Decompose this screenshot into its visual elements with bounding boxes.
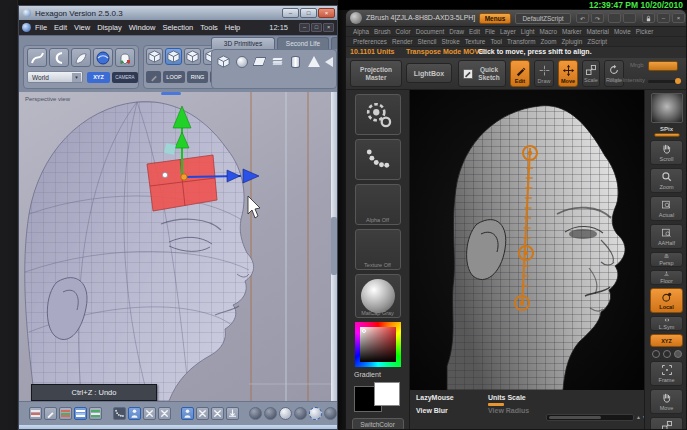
z-axis-dot-icon[interactable] xyxy=(674,350,682,358)
slider-knob[interactable] xyxy=(675,78,681,84)
menu-preferences[interactable]: Preferences xyxy=(353,38,387,45)
annotate-button[interactable] xyxy=(44,407,57,420)
zbrush-canvas[interactable] xyxy=(410,90,644,390)
select-edge-button[interactable] xyxy=(165,48,182,65)
tab-3d-primitives[interactable]: 3D Primitives xyxy=(211,37,275,49)
dropdown-arrow-icon[interactable]: ▾ xyxy=(72,73,81,82)
current-stroke-button[interactable] xyxy=(355,139,401,180)
frame-button[interactable]: Frame xyxy=(650,361,683,386)
sphere-tool-button[interactable] xyxy=(93,48,113,67)
view-radius-toggle[interactable]: View Radius xyxy=(488,407,529,414)
x-mode2-button[interactable] xyxy=(211,407,224,420)
menu-alpha[interactable]: Alpha xyxy=(353,28,369,35)
primitive-plane-button[interactable] xyxy=(251,53,268,70)
menu-marker[interactable]: Marker xyxy=(562,28,582,35)
menu-tool[interactable]: Tool xyxy=(490,38,502,45)
menus-toggle-button[interactable]: Menus xyxy=(479,13,511,24)
close-zbrush-button[interactable]: × xyxy=(672,13,685,23)
switch-color-button[interactable]: SwitchColor xyxy=(352,418,404,430)
menu-layer[interactable]: Layer xyxy=(500,28,516,35)
spix-control[interactable]: SPix xyxy=(654,126,680,137)
viewport-split-handle[interactable] xyxy=(161,92,181,95)
select-person-button[interactable] xyxy=(128,407,141,420)
draw-mode-button[interactable]: Draw xyxy=(534,60,554,87)
primitive-sphere-button[interactable] xyxy=(233,53,250,70)
lazy-mouse-toggle[interactable]: LazyMouse xyxy=(416,394,454,401)
select-vertex-button[interactable] xyxy=(146,48,163,65)
current-texture-button[interactable]: Texture Off xyxy=(355,229,401,270)
select-face-button[interactable] xyxy=(184,48,201,65)
gradient-toggle[interactable]: Gradient xyxy=(354,371,381,378)
menu-texture[interactable]: Texture xyxy=(465,38,486,45)
loop-select-button[interactable]: LOOP xyxy=(163,71,185,83)
ring-select-button[interactable]: RING xyxy=(187,71,208,83)
grid-green-button[interactable] xyxy=(89,407,102,420)
menu-zplugin[interactable]: Zplugin xyxy=(562,38,583,45)
redo-button[interactable]: ↷ xyxy=(591,13,604,23)
shading-hidden-button[interactable] xyxy=(264,407,277,420)
pick-tool-chip[interactable] xyxy=(146,71,161,83)
menu-picker[interactable]: Picker xyxy=(636,28,654,35)
units-scale-toggle[interactable]: Units Scale xyxy=(488,394,526,401)
surface-tool-button[interactable] xyxy=(71,48,91,67)
menu-item-help[interactable]: Help xyxy=(225,23,240,32)
arc-tool-button[interactable] xyxy=(49,48,69,67)
floor-button[interactable]: Floor xyxy=(650,270,683,285)
shading-ghost-button[interactable] xyxy=(324,407,337,420)
menu-macro[interactable]: Macro xyxy=(539,28,557,35)
rgb-intensity-slider[interactable] xyxy=(648,61,678,71)
edit-mode-button[interactable]: Edit xyxy=(510,60,530,87)
menu-item-edit[interactable]: Edit xyxy=(54,23,67,32)
menu-zoom[interactable]: Zoom xyxy=(540,38,556,45)
grid-blue-button[interactable] xyxy=(74,407,87,420)
scroll-button[interactable]: Scroll xyxy=(650,140,683,165)
lsym-button[interactable]: L.Sym xyxy=(650,316,683,331)
menu-item-tools[interactable]: Tools xyxy=(200,23,218,32)
menu-movie[interactable]: Movie xyxy=(614,28,631,35)
maximize-button[interactable]: □ xyxy=(300,8,317,18)
menu-brush[interactable]: Brush xyxy=(374,28,390,35)
aahalf-button[interactable]: AAHalf xyxy=(650,224,683,249)
rotate-tool2-button[interactable] xyxy=(158,407,171,420)
x-mode-button[interactable] xyxy=(196,407,209,420)
minimize-button-small[interactable]: – xyxy=(299,23,310,32)
rotate-tool-button[interactable] xyxy=(143,407,156,420)
menu-item-view[interactable]: View xyxy=(74,23,90,32)
hexagon-viewport[interactable]: Perspective view Ctrl+Z : Undo xyxy=(19,92,337,401)
scale-view-button[interactable]: Scale xyxy=(650,417,683,430)
curve-tool-button[interactable] xyxy=(27,48,47,67)
scene-list-button[interactable] xyxy=(29,407,42,420)
tab-second-life[interactable]: Second Life xyxy=(277,37,329,49)
shading-textured-button[interactable] xyxy=(309,407,322,420)
move-view-button[interactable]: Move xyxy=(650,389,683,414)
current-material-button[interactable]: MatCap Gray xyxy=(355,274,401,319)
spix-slider[interactable] xyxy=(654,133,680,137)
shading-smooth-button[interactable] xyxy=(294,407,307,420)
primitive-cylinder-button[interactable] xyxy=(287,53,304,70)
document-preview-thumbnail[interactable] xyxy=(651,93,683,123)
menu-item-display[interactable]: Display xyxy=(97,23,122,32)
drop-anchor-button[interactable] xyxy=(226,407,239,420)
move-mode-button[interactable]: Move xyxy=(558,60,578,87)
secondary-color-swatch[interactable] xyxy=(374,382,400,406)
ghost-tool-button[interactable] xyxy=(115,48,135,67)
zoom-button[interactable]: Zoom xyxy=(650,168,683,193)
mrgb-toggle[interactable]: Mrgb xyxy=(630,62,644,68)
viewport-scrollbar[interactable] xyxy=(331,92,337,401)
persp-button[interactable]: Persp xyxy=(650,252,683,267)
color-picker[interactable] xyxy=(355,322,401,367)
close-button[interactable]: × xyxy=(318,8,335,18)
minimize-button[interactable]: – xyxy=(282,8,299,18)
primitive-stack-button[interactable] xyxy=(269,53,286,70)
menu-render[interactable]: Render xyxy=(392,38,413,45)
menu-file[interactable]: File xyxy=(485,28,495,35)
lightbox-button[interactable]: LightBox xyxy=(406,63,452,83)
current-alpha-button[interactable]: Alpha Off xyxy=(355,184,401,225)
shading-flat-button[interactable] xyxy=(279,407,292,420)
menu-transform[interactable]: Transform xyxy=(507,38,535,45)
menu-item-file[interactable]: File xyxy=(35,23,47,32)
actual-size-button[interactable]: Actual xyxy=(650,196,683,221)
primitive-cube-button[interactable] xyxy=(215,53,232,70)
doc-prev-button[interactable] xyxy=(608,13,621,23)
dots-mode-button[interactable] xyxy=(113,407,126,420)
